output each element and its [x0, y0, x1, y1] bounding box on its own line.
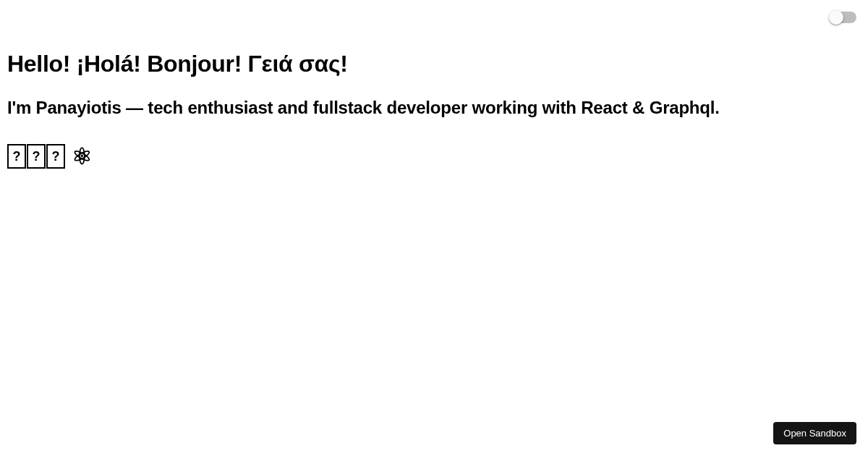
intro-subheading: I'm Panayiotis — tech enthusiast and ful…: [7, 98, 861, 118]
tofu-glyph: ?: [7, 144, 26, 169]
open-sandbox-button[interactable]: Open Sandbox: [773, 422, 856, 444]
toggle-knob: [829, 10, 843, 25]
unrendered-glyphs: ? ? ?: [7, 144, 66, 169]
atom-icon: ⚛: [72, 145, 93, 168]
main-content: Hello! ¡Holá! Bonjour! Γειά σας! I'm Pan…: [7, 7, 861, 169]
tofu-glyph: ?: [27, 144, 46, 169]
theme-toggle[interactable]: [830, 12, 856, 23]
emoji-line: ? ? ? ⚛: [7, 144, 861, 169]
greeting-heading: Hello! ¡Holá! Bonjour! Γειά σας!: [7, 51, 861, 77]
tofu-glyph: ?: [46, 144, 65, 169]
